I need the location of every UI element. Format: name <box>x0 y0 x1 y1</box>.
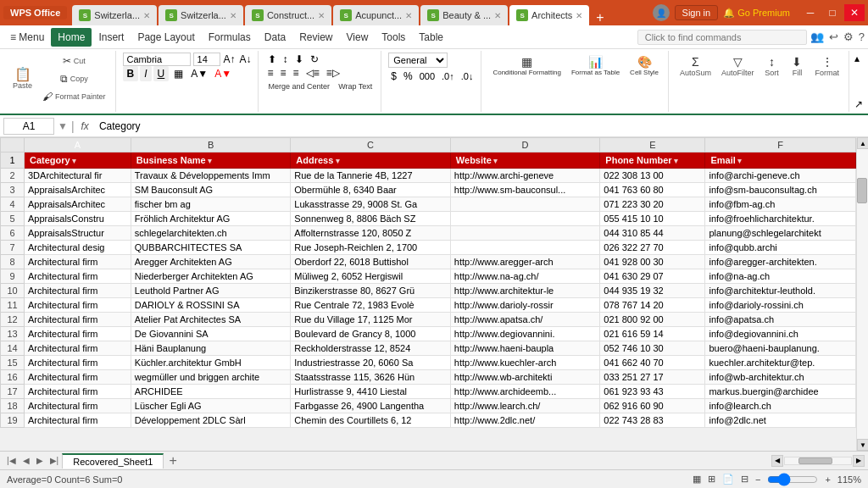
data-cell[interactable]: http://www.degiovannini. <box>450 327 600 341</box>
header-cell[interactable]: 1 <box>1 152 25 169</box>
format-as-table-button[interactable]: 📊 Format as Table <box>567 53 624 79</box>
cell-styles-button[interactable]: 🎨 Cell Style <box>626 53 663 79</box>
zoom-slider[interactable] <box>767 473 818 486</box>
data-cell[interactable]: Reckholderstrasse 12, 8524 <box>291 341 451 356</box>
signin-button[interactable]: Sign in <box>675 5 719 20</box>
data-cell[interactable]: 10 <box>1 284 25 298</box>
data-cell[interactable]: fischer bm ag <box>131 197 291 212</box>
data-cell[interactable]: info@sm-bauconsultag.ch <box>705 183 856 197</box>
data-cell[interactable]: Farbgasse 26, 4900 Langentha <box>291 399 451 413</box>
close-button[interactable]: ✕ <box>844 4 865 21</box>
data-cell[interactable]: SM Bauconsult AG <box>131 183 291 197</box>
expand-ribbon-icon[interactable]: ▴ <box>854 53 863 64</box>
increase-decimal-icon[interactable]: .0↑ <box>439 70 457 82</box>
menu-page-layout[interactable]: Page Layout <box>131 28 201 47</box>
font-color-button[interactable]: A▼ <box>212 67 234 80</box>
data-cell[interactable]: 6 <box>1 226 25 241</box>
data-cell[interactable]: Häni Bauplanung <box>131 341 291 356</box>
add-sheet-button[interactable]: + <box>165 453 180 469</box>
col-header-B[interactable]: B <box>131 138 291 152</box>
align-left-icon[interactable]: ≡ <box>265 66 276 80</box>
data-cell[interactable]: Architectural firm <box>25 356 131 370</box>
data-cell[interactable]: Affolternstrasse 120, 8050 Z <box>291 226 451 241</box>
share-icon[interactable]: 👥 <box>810 30 824 43</box>
sheet-tab-recovered[interactable]: Recovered_Sheet1 <box>62 453 164 469</box>
filter-arrow-icon[interactable]: ▾ <box>70 157 77 165</box>
data-cell[interactable]: Chemin des Courtillets 6, 12 <box>291 413 451 428</box>
data-cell[interactable]: 8 <box>1 255 25 269</box>
data-cell[interactable]: 026 322 27 70 <box>600 241 705 255</box>
bold-button[interactable]: B <box>123 66 139 81</box>
data-cell[interactable]: Architectural firm <box>25 313 131 327</box>
data-cell[interactable]: http://www.apatsa.ch/ <box>450 313 600 327</box>
align-middle-icon[interactable]: ↕ <box>281 53 291 66</box>
scroll-down-button[interactable]: ▼ <box>857 439 868 451</box>
data-cell[interactable]: Architectural firm <box>25 413 131 428</box>
formula-input[interactable] <box>96 119 865 134</box>
data-cell[interactable]: info@froehlicharchitektur. <box>705 212 856 226</box>
percent-icon[interactable]: % <box>401 69 415 83</box>
data-cell[interactable]: 033 251 27 17 <box>600 370 705 385</box>
data-cell[interactable]: Architectural firm <box>25 269 131 284</box>
text-direction-icon[interactable]: ↻ <box>308 53 321 66</box>
align-center-icon[interactable]: ≡ <box>278 66 289 80</box>
sheet-last-button[interactable]: ▶| <box>47 454 63 467</box>
tab-1[interactable]: SSwitzerla...✕ <box>159 5 243 25</box>
filter-arrow-icon[interactable]: ▾ <box>492 157 498 165</box>
border-button[interactable]: ▦ <box>170 66 186 81</box>
data-cell[interactable]: 16 <box>1 370 25 385</box>
autofilter-button[interactable]: ▽ AutoFilter <box>717 53 759 80</box>
data-cell[interactable]: info@darioly-rossini.ch <box>705 298 856 313</box>
data-cell[interactable]: http://www.darioly-rossir <box>450 298 600 313</box>
data-cell[interactable]: Küchler.architektur GmbH <box>131 356 291 370</box>
scroll-left-button[interactable]: ◀ <box>771 455 783 467</box>
filter-arrow-icon[interactable]: ▾ <box>333 157 340 165</box>
data-cell[interactable]: info@fbm-ag.ch <box>705 197 856 212</box>
data-cell[interactable]: De Giovannini SA <box>131 327 291 341</box>
col-header-C[interactable]: C <box>291 138 451 152</box>
data-cell[interactable]: http://www.sm-bauconsul... <box>450 183 600 197</box>
underline-button[interactable]: U <box>153 66 170 81</box>
sheet-first-button[interactable]: |◀ <box>3 454 19 467</box>
zoom-in-button[interactable]: + <box>825 474 830 485</box>
data-cell[interactable]: 14 <box>1 341 25 356</box>
horizontal-scrollbar[interactable]: ◀ ▶ <box>771 455 865 467</box>
tab-3[interactable]: SAcupunct...✕ <box>333 5 419 25</box>
data-cell[interactable]: markus.buergin@archidee <box>705 385 856 399</box>
data-cell[interactable]: AppraisalsConstru <box>25 212 131 226</box>
format-painter-button[interactable]: 🖌Format Painter <box>38 88 110 105</box>
header-cell[interactable]: Email ▾ <box>705 152 856 169</box>
data-cell[interactable]: Staatsstrasse 115, 3626 Hün <box>291 370 451 385</box>
data-cell[interactable]: Sonnenweg 8, 8806 Bäch SZ <box>291 212 451 226</box>
data-cell[interactable]: info@learch.ch <box>705 399 856 413</box>
autosum-button[interactable]: Σ AutoSum <box>676 53 715 80</box>
data-cell[interactable]: Fröhlich Architektur AG <box>131 212 291 226</box>
col-header-A[interactable]: A <box>25 138 131 152</box>
thousand-sep-icon[interactable]: 000 <box>417 70 437 82</box>
data-cell[interactable]: 052 746 10 30 <box>600 341 705 356</box>
data-cell[interactable]: Rue Centrale 72, 1983 Evolè <box>291 298 451 313</box>
data-cell[interactable]: Leuthold Partner AG <box>131 284 291 298</box>
data-cell[interactable]: 022 308 13 00 <box>600 169 705 183</box>
data-cell[interactable]: schlegelarchitekten.ch <box>131 226 291 241</box>
data-cell[interactable]: Architectural firm <box>25 399 131 413</box>
data-cell[interactable]: Rue du Village 17, 1125 Mor <box>291 313 451 327</box>
font-name-input[interactable] <box>123 53 191 66</box>
menu-formulas[interactable]: Formulas <box>202 28 258 47</box>
data-cell[interactable]: http://www.na-ag.ch/ <box>450 269 600 284</box>
menu-table[interactable]: Table <box>412 28 450 47</box>
align-top-icon[interactable]: ⬆ <box>265 53 279 66</box>
filter-arrow-icon[interactable]: ▾ <box>672 157 679 165</box>
app-logo[interactable]: WPS Office <box>3 6 67 19</box>
zoom-out-button[interactable]: − <box>755 474 760 485</box>
scroll-up-button[interactable]: ▲ <box>857 137 868 149</box>
increase-indent-icon[interactable]: ≡▷ <box>324 66 342 80</box>
data-cell[interactable]: http://www.archi-geneve <box>450 169 600 183</box>
data-cell[interactable]: wegmüller und briggen archite <box>131 370 291 385</box>
data-cell[interactable]: 041 928 00 30 <box>600 255 705 269</box>
data-cell[interactable]: http://www.learch.ch/ <box>450 399 600 413</box>
data-cell[interactable]: 19 <box>1 413 25 428</box>
header-cell[interactable]: Category ▾ <box>25 152 131 169</box>
data-cell[interactable]: Architectural firm <box>25 341 131 356</box>
data-cell[interactable]: 078 767 14 20 <box>600 298 705 313</box>
